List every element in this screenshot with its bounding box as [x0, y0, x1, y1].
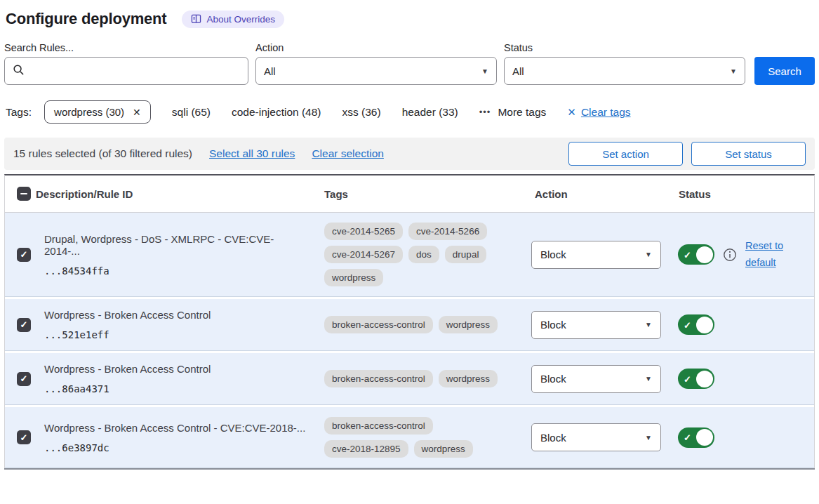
chevron-down-icon: ▼	[645, 251, 652, 258]
chevron-down-icon: ▼	[645, 375, 652, 383]
chevron-down-icon: ▼	[481, 67, 488, 75]
reset-to-default-link[interactable]: Reset to default	[745, 238, 790, 272]
more-tags-button[interactable]: ••• More tags	[479, 106, 547, 119]
configure-deployment-page: Configure deployment About Overrides Sea…	[0, 0, 819, 470]
table-row: ✓ Drupal, Wordpress - DoS - XMLRPC - CVE…	[5, 213, 814, 297]
more-tags-label: More tags	[498, 106, 546, 119]
action-select[interactable]: Block ▼	[531, 423, 661, 451]
tag-filter[interactable]: sqli (65)	[172, 106, 211, 119]
table-row: ✓ Wordpress - Broken Access Control ...5…	[5, 299, 814, 351]
col-header-description: Description/Rule ID	[36, 188, 317, 200]
table-body: ✓ Drupal, Wordpress - DoS - XMLRPC - CVE…	[5, 213, 814, 468]
tag-list: sqli (65)code-injection (48)xss (36)head…	[172, 106, 458, 119]
status-filter-select[interactable]: All ▼	[504, 57, 745, 85]
selection-bar: 15 rules selected (of 30 filtered rules)…	[4, 138, 815, 170]
row-description: Drupal, Wordpress - DoS - XMLRPC - CVE:C…	[44, 233, 307, 257]
col-header-status: Status	[667, 188, 814, 200]
chevron-down-icon: ▼	[645, 321, 652, 329]
about-overrides-badge[interactable]: About Overrides	[182, 11, 284, 28]
clear-selection-link[interactable]: Clear selection	[312, 147, 384, 160]
row-checkbox[interactable]: ✓	[17, 430, 31, 444]
clear-tags-link[interactable]: ✕ Clear tags	[567, 106, 630, 119]
set-status-button[interactable]: Set status	[691, 142, 806, 166]
info-icon[interactable]	[723, 248, 737, 262]
check-icon: ✓	[684, 319, 691, 330]
tag-chip: wordpress	[414, 440, 473, 458]
rule-id: ...86aa4371	[44, 383, 307, 394]
about-overrides-label: About Overrides	[206, 14, 275, 25]
tag-chip: cve-2014-5266	[408, 223, 487, 240]
toggle-knob	[696, 371, 713, 387]
row-checkbox[interactable]: ✓	[17, 248, 31, 262]
tag-chip: wordpress	[439, 316, 498, 333]
action-select[interactable]: Block ▼	[531, 311, 661, 339]
row-description: Wordpress - Broken Access Control	[44, 363, 307, 375]
search-box	[4, 57, 248, 85]
action-select-value: Block	[540, 432, 566, 444]
check-icon: ✓	[684, 373, 691, 384]
status-filter: Status All ▼	[504, 42, 745, 85]
selection-summary: 15 rules selected (of 30 filtered rules)	[13, 147, 192, 160]
override-info: Reset to default	[723, 238, 790, 272]
page-header: Configure deployment About Overrides	[6, 10, 813, 28]
action-select[interactable]: Block ▼	[531, 365, 661, 393]
action-filter-select[interactable]: All ▼	[255, 57, 497, 85]
status-toggle[interactable]: ✓	[678, 314, 714, 335]
tag-filter[interactable]: header (33)	[402, 106, 458, 119]
check-icon: ✓	[684, 432, 691, 443]
tag-chip: broken-access-control	[324, 370, 433, 387]
status-filter-label: Status	[504, 42, 745, 53]
action-filter: Action All ▼	[255, 42, 497, 85]
status-toggle[interactable]: ✓	[678, 369, 714, 389]
row-checkbox[interactable]: ✓	[17, 372, 31, 386]
check-icon: ✓	[20, 373, 28, 384]
status-filter-value: All	[512, 65, 524, 77]
clear-tags-label: Clear tags	[581, 106, 631, 119]
selected-tag-chip-wordpress[interactable]: wordpress (30) ✕	[44, 100, 151, 124]
tag-chip: dos	[408, 246, 439, 263]
tag-chip: broken-access-control	[324, 316, 433, 333]
search-rules-label: Search Rules...	[4, 42, 248, 53]
row-tags: cve-2014-5265cve-2014-5266cve-2014-5267d…	[324, 223, 501, 286]
check-icon: ✓	[20, 432, 28, 443]
check-icon: ✓	[684, 249, 691, 260]
ellipsis-icon: •••	[479, 107, 491, 117]
select-all-checkbox[interactable]	[17, 187, 31, 201]
rules-table: Description/Rule ID Tags Action Status ✓…	[4, 174, 815, 468]
search-rules-input[interactable]	[31, 65, 240, 77]
col-header-tags: Tags	[317, 188, 527, 200]
col-header-action: Action	[527, 188, 667, 200]
selected-tag-label: wordpress (30)	[54, 106, 124, 118]
action-select-value: Block	[540, 373, 566, 385]
chevron-down-icon: ▼	[645, 434, 652, 442]
action-select-value: Block	[540, 248, 566, 260]
search-rules-filter: Search Rules...	[4, 42, 248, 85]
status-toggle[interactable]: ✓	[678, 244, 714, 265]
action-filter-label: Action	[255, 42, 497, 53]
action-select[interactable]: Block ▼	[531, 241, 661, 269]
tag-filter[interactable]: code-injection (48)	[232, 106, 321, 119]
chevron-down-icon: ▼	[730, 67, 737, 75]
tags-bar: Tags: wordpress (30) ✕ sqli (65)code-inj…	[6, 100, 815, 124]
tag-filter[interactable]: xss (36)	[342, 106, 381, 119]
row-tags: broken-access-controlcve-2018-12895wordp…	[324, 417, 501, 458]
row-description: Wordpress - Broken Access Control - CVE:…	[44, 422, 307, 434]
table-row: ✓ Wordpress - Broken Access Control ...8…	[5, 353, 814, 405]
table-bottom-border	[4, 468, 815, 470]
tag-chip: wordpress	[439, 370, 498, 387]
select-all-rules-link[interactable]: Select all 30 rules	[209, 147, 295, 160]
tag-chip: cve-2018-12895	[324, 440, 408, 458]
row-tags: broken-access-controlwordpress	[324, 370, 501, 387]
search-icon	[13, 64, 25, 78]
tag-chip: broken-access-control	[324, 417, 433, 435]
remove-tag-icon[interactable]: ✕	[133, 107, 141, 118]
rule-id: ...84534ffa	[44, 265, 307, 277]
row-checkbox[interactable]: ✓	[17, 318, 31, 332]
indeterminate-icon	[20, 193, 27, 195]
action-select-value: Block	[540, 319, 566, 331]
row-tags: broken-access-controlwordpress	[324, 316, 501, 333]
search-button[interactable]: Search	[754, 57, 815, 85]
tag-chip: drupal	[445, 246, 487, 263]
status-toggle[interactable]: ✓	[678, 427, 714, 448]
set-action-button[interactable]: Set action	[568, 142, 683, 166]
